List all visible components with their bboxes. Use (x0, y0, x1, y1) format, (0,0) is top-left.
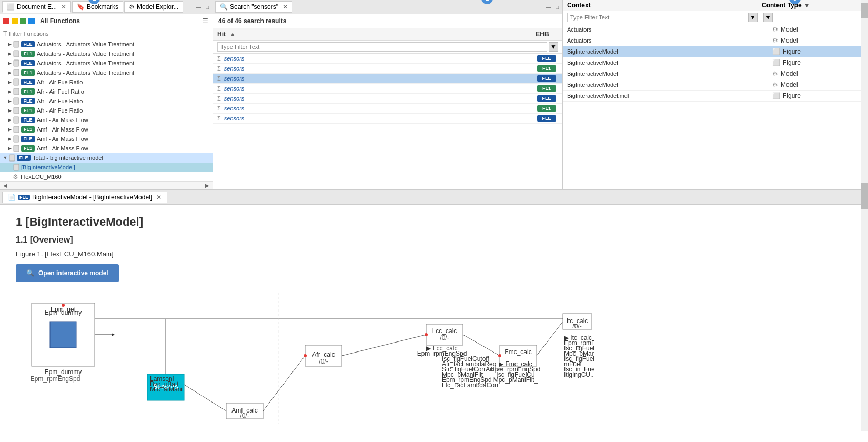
svg-rect-12 (9, 155, 15, 161)
content-type-filter-icon[interactable]: ▼ (763, 13, 773, 22)
bottom-scrollbar-thumb[interactable] (861, 189, 868, 209)
context-filter-input[interactable] (567, 13, 746, 22)
tree-item[interactable]: ▶ FLE Afr - Air Fue Ratio (0, 96, 213, 106)
tree-arrow[interactable]: ▶ (6, 136, 13, 142)
tree-arrow[interactable]: ▶ (6, 117, 13, 123)
tree-item[interactable]: ▶ FL1 Amf - Air Mass Flow (0, 125, 213, 134)
tree-label: Actuators - Actuators Value Treatment (37, 69, 134, 76)
context-row[interactable]: Actuators ⚙ Model (563, 35, 861, 46)
svg-rect-13 (14, 164, 19, 170)
search-results-body[interactable]: Σ sensors FLE Σ sensors FL1 Σ sensors FL… (213, 54, 562, 189)
search-hit-text: sensors (224, 85, 537, 92)
maximize-btn[interactable]: □ (204, 4, 210, 11)
search-result-row[interactable]: Σ sensors FL1 (213, 104, 562, 114)
context-row[interactable]: BigInteractiveModel ⬜ Figure (563, 57, 861, 68)
search-tab[interactable]: 🔍 Search "sensors" ✕ (215, 1, 292, 13)
doc-tab-file-icon: 📄 (8, 194, 16, 201)
toolbar-menu-btn[interactable]: ☰ (201, 16, 209, 26)
tree-label: Amf - Air Mass Flow (37, 117, 88, 123)
tree-item-flexecu[interactable]: ⚙ FlexECU_M160 (0, 172, 213, 181)
tree-item[interactable]: ▶ FL1 Actuators - Actuators Value Treatm… (0, 49, 213, 58)
tree-arrow[interactable]: ▶ (6, 51, 13, 56)
col-hit-header[interactable]: Hit ▲ (217, 31, 527, 38)
context-row[interactable]: Actuators ⚙ Model (563, 24, 861, 35)
hit-filter-icon[interactable]: ▼ (549, 42, 558, 52)
svg-text:Ltc_TacLambdaCorr: Ltc_TacLambdaCorr (442, 381, 499, 389)
tab-document-close[interactable]: ✕ (61, 3, 66, 11)
tree-container[interactable]: ▶ FLE Actuators - Actuators Value Treatm… (0, 39, 213, 181)
search-result-row-selected[interactable]: Σ sensors FLE (213, 74, 562, 84)
tab-bookmarks-label: Bookmarks (87, 3, 118, 11)
tree-arrow[interactable]: ▶ (6, 70, 13, 75)
svg-rect-9 (14, 126, 19, 133)
search-result-row[interactable]: Σ sensors FLE (213, 54, 562, 64)
svg-text:Lcc_calc: Lcc_calc (432, 327, 457, 335)
tree-arrow[interactable]: ▶ (6, 146, 13, 151)
tree-item[interactable]: ▶ FL1 Afr - Air Fue Ratio (0, 106, 213, 115)
minimize-btn[interactable]: — (195, 4, 203, 11)
tree-arrow[interactable]: ▼ (2, 155, 8, 160)
tree-item[interactable]: ▶ FLE Actuators - Actuators Value Treatm… (0, 39, 213, 49)
left-panel-toolbar: All Functions ☰ (0, 14, 213, 28)
context-results-body[interactable]: Actuators ⚙ Model Actuators ⚙ Model (563, 24, 861, 189)
tab-model-explorer[interactable]: ⚙ Model Explor... (124, 1, 183, 13)
figure-icon: ⬜ (772, 92, 780, 99)
file-icon (13, 126, 20, 133)
tree-arrow[interactable]: ▶ (6, 42, 13, 47)
badge-fle: FLE (21, 136, 35, 142)
results-count: 46 of 46 search results (218, 17, 286, 25)
search-minimize-btn[interactable]: — (544, 4, 553, 11)
document-tab[interactable]: 📄 FLE BigInteractiveModel - [BigInteract… (2, 192, 167, 203)
file-icon (13, 135, 20, 143)
file-icon (13, 69, 20, 76)
tree-item-total-big[interactable]: ▼ FLE Total - big interactive model (0, 153, 213, 163)
filter-functions-input[interactable] (9, 31, 209, 37)
search-result-row[interactable]: Σ sensors FLE (213, 114, 562, 124)
tree-arrow[interactable]: ▶ (6, 61, 13, 66)
context-text: Actuators (567, 26, 772, 33)
color-yellow (12, 18, 18, 24)
search-panel: 2 🔍 Search "sensors" ✕ — □ 46 of 46 sear… (213, 0, 563, 189)
context-row[interactable]: BigInteractiveModel ⚙ Model (563, 79, 861, 91)
hit-filter-input[interactable] (217, 42, 547, 52)
context-row-selected[interactable]: BigInteractiveModel ⬜ Figure (563, 46, 861, 57)
tree-arrow[interactable]: ▶ (6, 108, 13, 113)
tree-nav-footer: ◀ ▶ (0, 181, 213, 189)
tree-arrow[interactable]: ▶ (6, 98, 13, 104)
scrollbar-thumb[interactable] (861, 3, 868, 18)
func-icon: ⚙ (13, 173, 18, 180)
search-result-row[interactable]: Σ sensors FL1 (213, 84, 562, 94)
tree-arrow[interactable]: ▶ (6, 79, 13, 85)
doc-minimize-btn[interactable]: — (850, 194, 859, 201)
tab-document-explorer[interactable]: ⬜ Document E... ✕ (2, 1, 71, 13)
tree-item[interactable]: ▶ FL1 Amf - Air Mass Flow (0, 144, 213, 153)
tree-item[interactable]: ▶ FLE Amf - Air Mass Flow (0, 115, 213, 125)
search-hit-text: sensors (224, 65, 537, 72)
search-result-row[interactable]: Σ sensors FL1 (213, 64, 562, 74)
context-text: BigInteractiveModel (567, 71, 772, 77)
tree-label: Actuators - Actuators Value Treatment (37, 60, 134, 66)
open-model-button[interactable]: 🔍 Open interactive model (16, 264, 119, 282)
context-filter-icon[interactable]: ▼ (748, 13, 758, 22)
tree-item[interactable]: ▶ FL1 Afr - Air Fuel Ratio (0, 87, 213, 96)
search-maximize-btn[interactable]: □ (554, 4, 560, 11)
document-content: 1 [BigInteractiveModel] 1.1 [Overview] F… (0, 205, 868, 442)
tree-item[interactable]: ▶ FLE Afr - Air Fue Ratio (0, 77, 213, 87)
tree-item[interactable]: ▶ FLE Actuators - Actuators Value Treatm… (0, 58, 213, 68)
search-tab-close[interactable]: ✕ (282, 3, 288, 11)
right-scrollbar[interactable] (861, 0, 868, 189)
search-hit-text: sensors (224, 95, 537, 102)
badge-fle: FLE (537, 55, 556, 62)
search-result-row[interactable]: Σ sensors FLE (213, 94, 562, 104)
doc-tab-close[interactable]: ✕ (156, 194, 162, 201)
context-row[interactable]: BigInteractiveModel ⚙ Model (563, 68, 861, 79)
tree-arrow[interactable]: ▶ (6, 127, 13, 132)
tree-arrow[interactable]: ▶ (6, 89, 13, 94)
svg-point-36 (62, 304, 65, 307)
tree-item-biginteractive[interactable]: [BigInteractiveModel] (0, 163, 213, 172)
tree-item[interactable]: ▶ FLE Amf - Air Mass Flow (0, 134, 213, 144)
context-row[interactable]: BigInteractiveModel.mdl ⬜ Figure (563, 91, 861, 102)
content-type-label: Figure (783, 59, 801, 66)
bottom-scrollbar[interactable] (861, 189, 868, 431)
tree-item[interactable]: ▶ FL1 Actuators - Actuators Value Treatm… (0, 68, 213, 77)
